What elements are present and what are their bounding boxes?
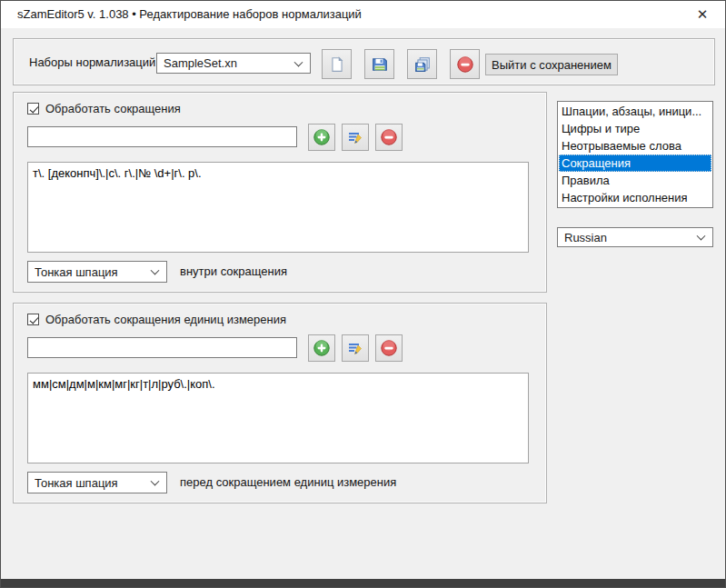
save-copy-button[interactable] [407,49,437,79]
close-button[interactable]: ✕ [683,1,721,28]
edit-abbreviation-button[interactable] [342,124,369,151]
add-icon [313,339,331,357]
edit-icon [346,339,364,357]
remove-icon [380,128,398,146]
chevron-down-icon [294,57,303,66]
process-abbreviations-checkbox[interactable]: Обработать сокращения [27,102,181,115]
add-abbreviation-button[interactable] [308,124,335,151]
chevron-down-icon [697,232,706,241]
abbreviations-group: Обработать сокращения [13,92,547,293]
language-value: Russian [564,231,607,244]
set-file-value: SampleSet.xn [164,56,237,70]
sidebar-item-spaces[interactable]: Шпации, абзацы, иници... [559,103,711,120]
new-unit-input[interactable] [27,337,297,358]
normalization-sets-label: Наборы нормализаций [29,39,155,86]
abbreviation-patterns-textarea[interactable]: т\. [деконпч]\.|с\. г\.|№ \d+|г\. р\. [27,162,529,253]
add-icon [313,128,331,146]
exit-with-save-button[interactable]: Выйти с сохранением [485,54,618,75]
save-copy-icon [414,56,431,73]
abbr-space-type-select[interactable]: Тонкая шпация [27,261,167,283]
edit-icon [346,128,364,146]
set-file-select[interactable]: SampleSet.xn [156,53,311,74]
sidebar-item-digits-dashes[interactable]: Цифры и тире [559,120,711,137]
delete-icon [456,55,474,74]
window-bottom-edge [1,579,725,587]
edit-unit-button[interactable] [342,334,369,362]
process-units-checkbox[interactable]: Обработать сокращения единиц измерения [27,313,286,326]
remove-abbreviation-button[interactable] [375,124,403,151]
save-icon [372,56,388,73]
app-window: sZamEditor5 v. 1.038 • Редактирование на… [0,0,726,588]
chevron-down-icon [151,266,160,275]
process-units-label: Обработать сокращения единиц измерения [45,313,286,326]
language-select[interactable]: Russian [557,227,713,247]
category-listbox: Шпации, абзацы, иници... Цифры и тире Не… [557,101,713,208]
sidebar-item-execution-settings[interactable]: Настройки исполнения [559,189,711,206]
new-set-button[interactable] [322,49,352,79]
unit-space-type-select[interactable]: Тонкая шпация [27,472,167,493]
unit-space-suffix-label: перед сокращением единиц измерения [180,472,396,493]
checkbox-icon [27,314,39,325]
remove-unit-button[interactable] [375,334,403,362]
remove-icon [380,339,398,357]
process-abbreviations-label: Обработать сокращения [45,102,181,115]
sidebar-item-nonbreaking-words[interactable]: Неотрываемые слова [559,137,711,154]
save-set-button[interactable] [364,49,394,79]
titlebar: sZamEditor5 v. 1.038 • Редактирование на… [1,1,725,28]
new-abbreviation-input[interactable] [27,126,297,147]
sidebar-item-abbreviations[interactable]: Сокращения [559,154,711,172]
window-title: sZamEditor5 v. 1.038 • Редактирование на… [17,1,362,28]
units-group: Обработать сокращения единиц измерения [13,303,547,503]
sidebar-item-rules[interactable]: Правила [559,172,711,189]
close-icon: ✕ [697,6,709,23]
normalization-sets-panel: Наборы нормализаций SampleSet.xn [13,38,715,85]
delete-set-button[interactable] [450,49,480,79]
unit-patterns-textarea[interactable]: мм|см|дм|м|км|мг|кг|т|л|руб\.|коп\. [27,373,529,463]
unit-space-type-value: Тонкая шпация [35,476,118,490]
abbr-space-suffix-label: внутри сокращения [180,261,287,283]
checkbox-icon [27,103,39,115]
abbr-space-type-value: Тонкая шпация [35,265,118,279]
add-unit-button[interactable] [308,334,335,362]
new-file-icon [329,56,345,73]
chevron-down-icon [151,477,160,486]
